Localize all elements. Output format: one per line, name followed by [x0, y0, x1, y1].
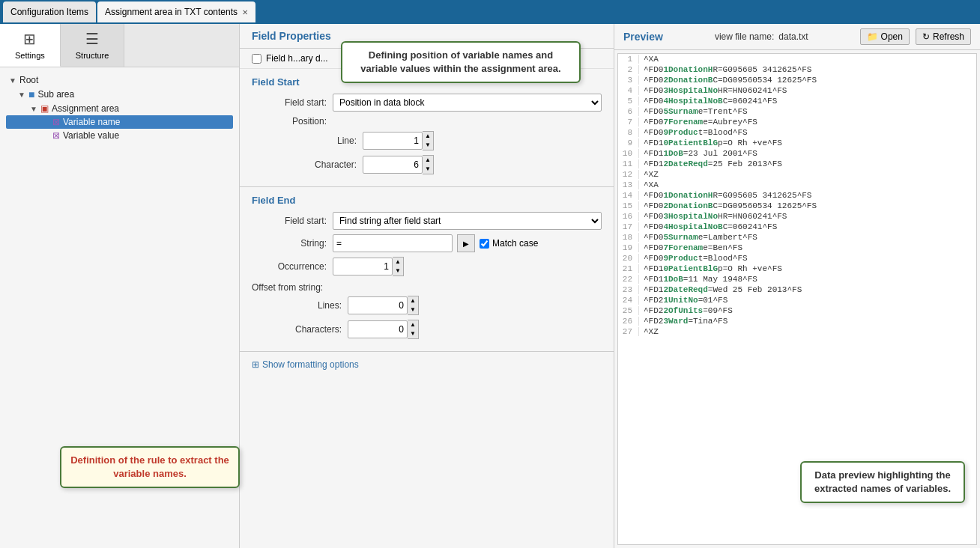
line-text: ^FD12DateReqd=25 Feb 2013^FS	[644, 159, 782, 168]
code-line-9: 9^FD10PatientBlGp=O Rh +ve^FS	[618, 138, 976, 148]
highlighted-text: 0PatientBlG	[663, 264, 718, 273]
line-text: ^FD03HospitalNoHR=HN060241^FS	[644, 86, 787, 95]
highlighted-text: 2OfUnits	[663, 306, 703, 315]
chars-up-btn[interactable]: ▲	[408, 320, 418, 329]
string-input[interactable]	[333, 234, 453, 252]
code-line-15: 15^FD02DonationBC=DG09560534 12625^FS	[618, 201, 976, 211]
line-number: 27	[618, 327, 639, 336]
tree-item-assignment-area[interactable]: ▼ ▣ Assignment area	[6, 102, 233, 115]
code-line-7: 7^FD07Forename=Aubrey^FS	[618, 117, 976, 127]
highlighted-text: 2DonationB	[663, 201, 713, 210]
line-spinner-btns: ▲ ▼	[423, 131, 434, 150]
lines-up-btn[interactable]: ▲	[408, 296, 418, 305]
match-case-checkbox[interactable]	[480, 239, 489, 249]
char-down-btn[interactable]: ▼	[423, 165, 433, 174]
structure-label: Structure	[76, 51, 109, 60]
line-down-btn[interactable]: ▼	[423, 141, 433, 150]
code-line-6: 6^FD05Surname=Trent^FS	[618, 106, 976, 117]
field-end-label: Field start:	[252, 216, 327, 226]
tree-arrow-sub: ▼	[18, 91, 25, 99]
code-line-20: 20^FD09Product=Blood^FS	[618, 253, 976, 264]
open-btn[interactable]: 📁 Open	[860, 28, 910, 45]
line-text: ^FD12DateReqd=Wed 25 Feb 2013^FS	[644, 285, 802, 294]
tab-configuration-items[interactable]: Configuration Items	[3, 1, 96, 22]
occurrence-up-btn[interactable]: ▲	[393, 258, 403, 267]
highlighted-text: 9Produc	[663, 254, 698, 263]
line-up-btn[interactable]: ▲	[423, 132, 433, 141]
plus-icon: ⊞	[252, 359, 259, 370]
line-input[interactable]	[363, 132, 423, 150]
occurrence-spinner: ▲ ▼	[333, 257, 404, 276]
tab-close-icon[interactable]: ✕	[242, 8, 248, 16]
string-play-btn[interactable]: ▶	[457, 234, 475, 252]
refresh-btn[interactable]: ↻ Refresh	[916, 28, 971, 45]
show-formatting-label: Show formatting options	[262, 359, 359, 370]
line-number: 14	[618, 191, 639, 200]
field-end-row: Field start: Find string after field sta…	[252, 212, 602, 230]
preview-header: Preview view file name: data.txt 📁 Open …	[614, 24, 980, 50]
occurrence-down-btn[interactable]: ▼	[393, 267, 403, 275]
tree-item-variable-name[interactable]: ⊠ Variable name	[6, 115, 233, 129]
sub-area-icon: ■	[28, 88, 34, 100]
line-number: 21	[618, 264, 639, 273]
highlighted-text: 1UnitNo	[663, 296, 698, 305]
code-line-13: 13^XA	[618, 180, 976, 190]
occurrence-input[interactable]	[333, 258, 393, 275]
field-end-select[interactable]: Find string after field start Position i…	[333, 212, 602, 230]
occurrence-spinner-btns: ▲ ▼	[393, 257, 404, 276]
field-end-section: Field End Field start: Find string after…	[240, 187, 614, 352]
highlighted-text: 5Surnam	[663, 233, 698, 242]
filename-value: data.txt	[778, 31, 808, 42]
tree-item-sub-area[interactable]: ▼ ■ Sub area	[6, 87, 233, 102]
tree-item-variable-value[interactable]: ⊠ Variable value	[6, 129, 233, 142]
line-text: ^FD07Forename=Aubrey^FS	[644, 118, 757, 127]
sidebar-tool-structure[interactable]: ☰ Structure	[61, 24, 125, 67]
code-line-4: 4^FD03HospitalNoHR=HN060241^FS	[618, 85, 976, 96]
line-number: 26	[618, 317, 639, 326]
tree-item-root[interactable]: ▼ Root	[6, 73, 233, 87]
characters-row: Characters: ▲ ▼	[267, 320, 602, 339]
field-header-checkbox[interactable]	[252, 54, 261, 64]
lines-input[interactable]	[348, 296, 408, 314]
line-number: 6	[618, 107, 639, 116]
char-up-btn[interactable]: ▲	[423, 156, 433, 165]
highlighted-text: 5Surnam	[663, 107, 698, 116]
folder-icon: 📁	[867, 31, 878, 42]
characters-spinner: ▲ ▼	[348, 320, 419, 339]
structure-icon: ☰	[85, 30, 99, 48]
offset-label: Offset from string:	[252, 282, 602, 293]
highlighted-text: 1DoB	[663, 149, 683, 158]
line-text: ^FD01DonationHR=G095605 3412625^FS	[644, 65, 811, 74]
line-text: ^FD09Product=Blood^FS	[644, 254, 748, 263]
line-text: ^XZ	[644, 170, 659, 179]
line-number: 11	[618, 159, 639, 168]
char-input[interactable]	[363, 156, 423, 174]
lines-down-btn[interactable]: ▼	[408, 305, 418, 314]
position-label: Position:	[252, 116, 327, 127]
characters-input[interactable]	[348, 320, 408, 338]
code-line-23: 23^FD12DateReqd=Wed 25 Feb 2013^FS	[618, 284, 976, 295]
code-line-8: 8^FD09Product=Blood^FS	[618, 127, 976, 138]
show-formatting-link[interactable]: ⊞ Show formatting options	[240, 352, 614, 377]
tab-assignment-area[interactable]: Assignment area in TXT contents ✕	[97, 1, 255, 22]
field-start-select[interactable]: Position in data block Find string	[333, 94, 602, 112]
sidebar-tool-settings[interactable]: ⊞ Settings	[0, 24, 61, 67]
tab-config-label: Configuration Items	[10, 7, 88, 17]
code-line-24: 24^FD21UnitNo=01^FS	[618, 295, 976, 305]
line-number: 23	[618, 285, 639, 294]
code-line-11: 11^FD12DateReqd=25 Feb 2013^FS	[618, 159, 976, 169]
line-number: 12	[618, 170, 639, 179]
code-line-26: 26^FD23Ward=Tina^FS	[618, 316, 976, 326]
highlighted-text: 7Forenam	[663, 243, 703, 252]
code-line-21: 21^FD10PatientBlGp=O Rh +ve^FS	[618, 264, 976, 274]
code-line-16: 16^FD03HospitalNoHR=HN060241^FS	[618, 211, 976, 222]
line-text: ^FD05Surname=Trent^FS	[644, 107, 748, 116]
line-number: 4	[618, 86, 639, 95]
characters-spinner-btns: ▲ ▼	[408, 320, 419, 339]
sidebar-toolbar: ⊞ Settings ☰ Structure	[0, 24, 239, 67]
line-text: ^FD04HospitalNoBC=060241^FS	[644, 222, 777, 231]
settings-label: Settings	[15, 51, 45, 60]
line-number: 10	[618, 149, 639, 158]
chars-down-btn[interactable]: ▼	[408, 329, 418, 338]
code-line-18: 18^FD05Surname=Lambert^FS	[618, 232, 976, 243]
